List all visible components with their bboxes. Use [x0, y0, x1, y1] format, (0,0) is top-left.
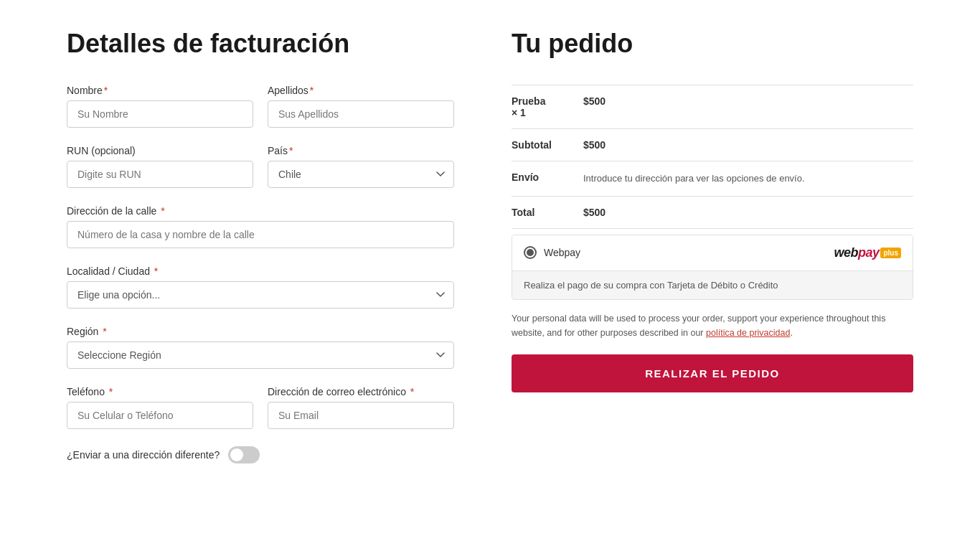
product-name-cell: Prueba × 1: [512, 85, 583, 129]
pais-label: País*: [268, 145, 454, 156]
payment-option-webpay[interactable]: Webpay webpayplus: [512, 235, 913, 271]
billing-details-section: Detalles de facturación Nombre* Apellido…: [67, 29, 454, 463]
run-group: RUN (opcional): [67, 145, 253, 188]
region-label: Región *: [67, 326, 454, 337]
region-select[interactable]: Seleccione Región: [67, 342, 454, 369]
pais-select[interactable]: Chile: [268, 161, 454, 188]
run-label: RUN (opcional): [67, 145, 253, 156]
toggle-slider: [228, 446, 260, 463]
direccion-group: Dirección de la calle *: [67, 205, 454, 248]
order-summary-section: Tu pedido Prueba × 1 $500 Subtotal $500 …: [512, 29, 913, 463]
webpay-logo-text: web: [834, 245, 858, 260]
telefono-email-row: Teléfono * Dirección de correo electróni…: [67, 386, 454, 429]
direccion-input[interactable]: [67, 221, 454, 248]
webpay-logo-text-red: pay: [858, 245, 880, 260]
webpay-radio[interactable]: [524, 246, 537, 259]
envio-note-cell: Introduce tu dirección para ver las opci…: [583, 161, 913, 197]
webpay-plus-badge: plus: [880, 248, 901, 258]
total-label-cell: Total: [512, 196, 583, 228]
region-group: Región * Seleccione Región: [67, 326, 454, 369]
envio-label-cell: Envío: [512, 161, 583, 197]
apellidos-label: Apellidos*: [268, 85, 454, 96]
send-different-toggle[interactable]: [228, 446, 260, 463]
direccion-row: Dirección de la calle *: [67, 205, 454, 248]
localidad-select[interactable]: Elige una opción...: [67, 281, 454, 309]
send-different-label: ¿Enviar a una dirección diferente?: [67, 449, 220, 461]
run-input[interactable]: [67, 161, 253, 188]
nombre-input[interactable]: [67, 100, 253, 128]
pais-group: País* Chile: [268, 145, 454, 188]
localidad-label: Localidad / Ciudad *: [67, 265, 454, 277]
webpay-logo: webpayplus: [834, 245, 901, 260]
total-value-cell: $500: [583, 196, 913, 228]
order-table: Prueba × 1 $500 Subtotal $500 Envío Intr…: [512, 85, 913, 229]
telefono-group: Teléfono *: [67, 386, 253, 429]
webpay-label: Webpay: [544, 247, 580, 258]
telefono-input[interactable]: [67, 402, 253, 429]
order-title: Tu pedido: [512, 29, 913, 59]
email-group: Dirección de correo electrónico *: [268, 386, 454, 429]
apellidos-group: Apellidos*: [268, 85, 454, 128]
run-pais-row: RUN (opcional) País* Chile: [67, 145, 454, 188]
subtotal-value-cell: $500: [583, 129, 913, 161]
payment-description: Realiza el pago de su compra con Tarjeta…: [512, 271, 913, 299]
localidad-group: Localidad / Ciudad * Elige una opción...: [67, 265, 454, 309]
privacy-link[interactable]: política de privacidad: [706, 328, 790, 338]
product-price-cell: $500: [583, 85, 913, 129]
privacy-note: Your personal data will be used to proce…: [512, 311, 913, 340]
payment-option-left: Webpay: [524, 246, 580, 259]
email-input[interactable]: [268, 402, 454, 429]
order-button[interactable]: REALIZAR EL PEDIDO: [512, 354, 913, 392]
envio-row: Envío Introduce tu dirección para ver la…: [512, 161, 913, 197]
subtotal-label-cell: Subtotal: [512, 129, 583, 161]
apellidos-input[interactable]: [268, 100, 454, 128]
product-row: Prueba × 1 $500: [512, 85, 913, 129]
subtotal-row: Subtotal $500: [512, 129, 913, 161]
nombre-label: Nombre*: [67, 85, 253, 96]
email-label: Dirección de correo electrónico *: [268, 386, 454, 397]
name-row: Nombre* Apellidos*: [67, 85, 454, 128]
send-different-row: ¿Enviar a una dirección diferente?: [67, 446, 454, 463]
direccion-label: Dirección de la calle *: [67, 205, 454, 217]
telefono-label: Teléfono *: [67, 386, 253, 397]
payment-section: Webpay webpayplus Realiza el pago de su …: [512, 235, 913, 300]
nombre-group: Nombre*: [67, 85, 253, 128]
total-row: Total $500: [512, 196, 913, 228]
billing-title: Detalles de facturación: [67, 29, 454, 59]
